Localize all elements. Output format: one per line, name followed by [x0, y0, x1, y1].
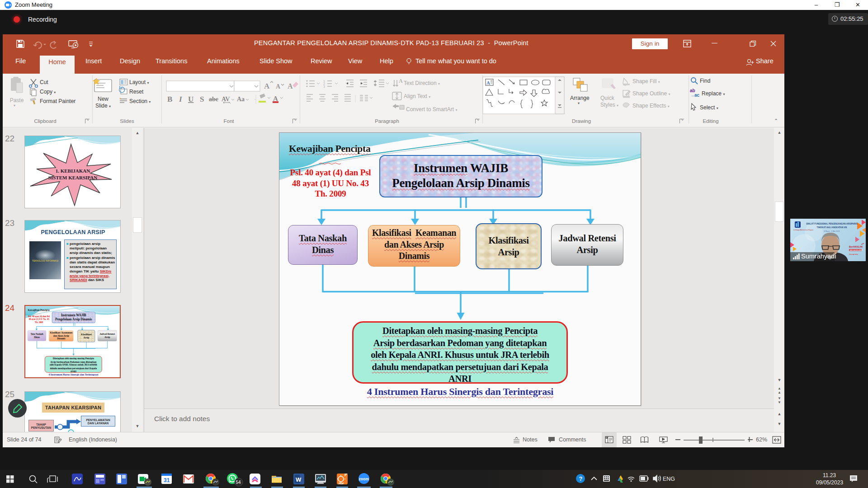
svg-text:I: I [179, 95, 183, 103]
svg-text:AV: AV [222, 96, 230, 103]
svg-text:A: A [399, 78, 403, 84]
svg-text:A: A [486, 80, 490, 85]
svg-text:BerAKHLAK: BerAKHLAK [849, 245, 863, 248]
svg-text:A: A [273, 95, 278, 102]
svg-text:ENG: ENG [663, 476, 675, 482]
svg-text:54: 54 [236, 480, 241, 485]
svg-text:W: W [296, 476, 302, 483]
svg-text:abc: abc [209, 96, 218, 103]
svg-text:DIKLAT FUNGSIONAL PENJENJANGAN: DIKLAT FUNGSIONAL PENJENJANGAN ARSIPARIS [807, 223, 858, 225]
svg-text:A: A [288, 82, 293, 90]
svg-text:11.23: 11.23 [823, 472, 836, 479]
svg-text:?: ? [579, 475, 583, 482]
svg-text:1. KEBIJAKAN: 1. KEBIJAKAN [56, 168, 90, 174]
svg-text:31: 31 [164, 477, 170, 483]
svg-text:U: U [188, 95, 193, 103]
svg-text:B: B [167, 95, 172, 103]
svg-text:SISTEM KEARSIPAN: SISTEM KEARSIPAN [48, 175, 97, 180]
svg-text:zoom: zoom [359, 477, 369, 481]
svg-text:Lembaga Administrasi Negara: Lembaga Administrasi Negara [793, 229, 813, 231]
svg-text:→ac: →ac [690, 93, 700, 98]
svg-text:#asnpintar: #asnpintar [849, 253, 859, 255]
svg-text:PDF: PDF [339, 482, 344, 485]
svg-text:A: A [264, 82, 270, 90]
svg-text:8 Maret - 9 Mei 2023: 8 Maret - 9 Mei 2023 [824, 230, 840, 232]
svg-text:3: 3 [323, 85, 325, 88]
svg-text:Aa: Aa [237, 96, 245, 103]
svg-text:TINGKAT AHLI ANGKATAN VIII: TINGKAT AHLI ANGKATAN VIII [817, 226, 847, 229]
svg-text:S: S [200, 95, 204, 103]
svg-text:BANGGA MELAYANI: BANGGA MELAYANI [850, 249, 863, 251]
svg-text:09/05/2023: 09/05/2023 [816, 479, 843, 486]
svg-text:A: A [276, 83, 281, 90]
